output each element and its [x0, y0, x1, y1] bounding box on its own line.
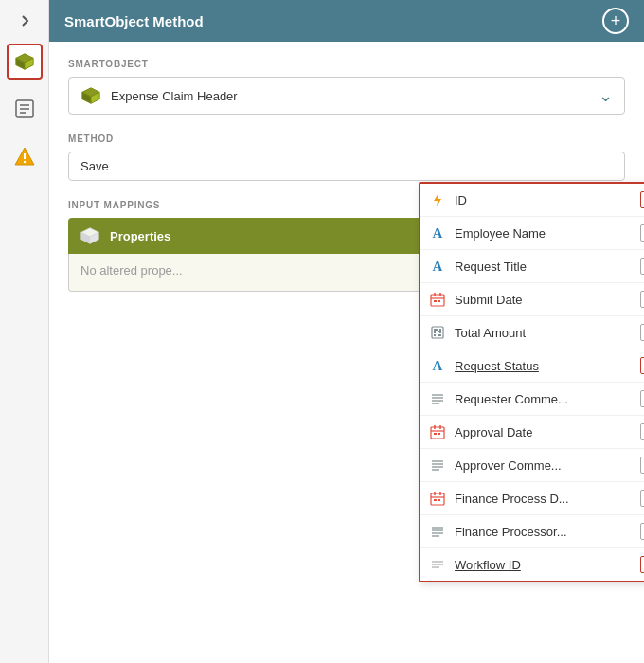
svg-rect-42	[438, 433, 440, 435]
item-label-requester-comment: Requester Comme...	[455, 392, 640, 406]
item-checkbox-approver-comment[interactable]	[640, 457, 644, 474]
dropdown-item-workflow-id[interactable]: Workflow ID	[420, 548, 644, 581]
calendar-icon-approval	[428, 422, 447, 441]
svg-rect-28	[434, 332, 436, 333]
mappings-cube-icon	[80, 225, 100, 246]
item-label-finance-process-d: Finance Process D...	[455, 492, 640, 506]
svg-rect-20	[431, 295, 444, 306]
item-checkbox-employee-name[interactable]	[640, 224, 644, 242]
svg-rect-24	[434, 300, 437, 302]
dropdown-item-approval-date[interactable]: Approval Date	[420, 416, 644, 449]
smartobject-value: Expense Claim Header	[111, 89, 599, 103]
svg-marker-19	[434, 193, 441, 206]
calc-icon-total	[428, 323, 447, 342]
warning-icon[interactable]	[7, 138, 43, 174]
list-icon-finance-processor	[428, 522, 447, 541]
item-checkbox-id[interactable]	[640, 191, 644, 208]
list-icon-requester	[428, 389, 447, 408]
smartobject-section-label: SMARTOBJECT	[68, 59, 625, 69]
lines-icon-workflow	[428, 555, 447, 574]
item-label-request-status: Request Status	[455, 359, 640, 373]
svg-rect-31	[438, 331, 441, 332]
field-dropdown: ID A Employee Name A Request Title	[419, 182, 644, 582]
dropdown-item-approver-comment[interactable]: Approver Comme...	[420, 449, 644, 482]
svg-rect-41	[434, 433, 437, 435]
item-label-approval-date: Approval Date	[455, 425, 640, 439]
dropdown-item-requester-comment[interactable]: Requester Comme...	[420, 383, 644, 416]
calendar-icon-finance-process	[428, 489, 447, 508]
smartobject-icon[interactable]	[7, 44, 43, 80]
item-checkbox-approval-date[interactable]	[640, 423, 644, 440]
item-checkbox-total-amount[interactable]	[640, 324, 644, 341]
lightning-icon	[428, 190, 447, 209]
text-icon-employee: A	[428, 224, 447, 242]
item-checkbox-finance-process-d[interactable]	[640, 490, 644, 507]
dropdown-item-finance-processor[interactable]: Finance Processor...	[420, 515, 644, 548]
svg-rect-29	[434, 334, 436, 336]
dropdown-item-id[interactable]: ID	[420, 184, 644, 217]
item-label-employee-name: Employee Name	[455, 226, 640, 241]
item-label-finance-processor: Finance Processor...	[455, 525, 640, 539]
svg-rect-27	[434, 329, 438, 331]
item-label-approver-comment: Approver Comme...	[455, 458, 640, 473]
item-label-request-title: Request Title	[455, 260, 640, 274]
svg-rect-37	[431, 427, 444, 439]
item-label-submit-date: Submit Date	[455, 293, 640, 307]
content-panel: SmartObject Method + SMARTOBJECT Expense…	[49, 0, 644, 663]
item-checkbox-submit-date[interactable]	[640, 291, 644, 308]
text-icon-request-title: A	[428, 257, 447, 276]
item-checkbox-requester-comment[interactable]	[640, 390, 644, 407]
list-icon-approver	[428, 456, 447, 475]
method-input[interactable]	[68, 152, 625, 181]
item-label-total-amount: Total Amount	[455, 326, 640, 340]
svg-rect-47	[431, 493, 444, 505]
dropdown-item-finance-process-d[interactable]: Finance Process D...	[420, 482, 644, 515]
dropdown-item-submit-date[interactable]: Submit Date	[420, 283, 644, 316]
svg-rect-51	[434, 499, 437, 501]
svg-rect-52	[438, 499, 440, 501]
panel-title: SmartObject Method	[64, 13, 204, 29]
dropdown-item-total-amount[interactable]: Total Amount	[420, 316, 644, 349]
panel-body: SMARTOBJECT Expense Claim Header ⌄ METHO…	[49, 42, 644, 663]
cube-icon	[14, 51, 35, 72]
sidebar	[0, 0, 49, 663]
item-checkbox-finance-processor[interactable]	[640, 523, 644, 540]
svg-rect-26	[432, 327, 443, 338]
item-checkbox-request-title[interactable]	[640, 258, 644, 275]
smartobject-selector[interactable]: Expense Claim Header ⌄	[68, 77, 625, 115]
svg-point-9	[23, 161, 25, 163]
add-header-button[interactable]: +	[602, 8, 629, 34]
smartobject-cube-icon	[80, 85, 101, 106]
mappings-header-text: Properties	[110, 229, 170, 243]
sidebar-chevron[interactable]	[11, 8, 38, 34]
text-icon-request-status: A	[428, 356, 447, 375]
method-section-label: METHOD	[68, 134, 625, 144]
svg-rect-25	[438, 300, 440, 302]
calendar-icon-submit	[428, 290, 447, 309]
panel-header: SmartObject Method +	[49, 0, 644, 42]
svg-rect-32	[438, 334, 441, 336]
dropdown-item-request-status[interactable]: A Request Status	[420, 349, 644, 383]
item-checkbox-workflow-id[interactable]	[640, 556, 644, 573]
dropdown-item-request-title[interactable]: A Request Title	[420, 250, 644, 283]
form-icon[interactable]	[7, 91, 43, 127]
item-checkbox-request-status[interactable]	[640, 357, 644, 374]
item-label-id: ID	[455, 193, 640, 207]
main-container: SmartObject Method + SMARTOBJECT Expense…	[0, 0, 644, 663]
item-label-workflow-id: Workflow ID	[455, 558, 640, 572]
dropdown-item-employee-name[interactable]: A Employee Name	[420, 217, 644, 250]
smartobject-dropdown-icon[interactable]: ⌄	[599, 85, 613, 106]
